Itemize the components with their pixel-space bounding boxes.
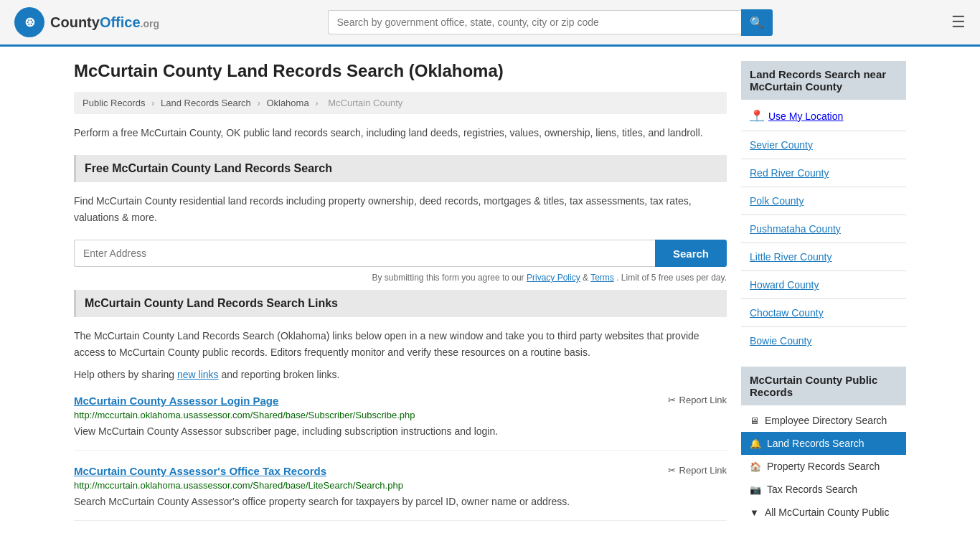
record-url-2[interactable]: http://mccurtain.oklahoma.usassessor.com…	[74, 480, 727, 491]
breadcrumb-oklahoma[interactable]: Oklahoma	[266, 98, 308, 108]
choctaw-link[interactable]: Choctaw County	[750, 307, 824, 319]
header-search-input[interactable]	[328, 10, 741, 34]
howard-link[interactable]: Howard County	[750, 279, 819, 291]
share-line: Help others by sharing new links and rep…	[74, 369, 727, 380]
sidebar-divider-4	[741, 215, 906, 215]
search-button[interactable]: Search	[655, 240, 727, 267]
little-river-link[interactable]: Little River County	[750, 251, 831, 263]
sidebar-howard[interactable]: Howard County	[741, 273, 906, 296]
hamburger-menu[interactable]: ☰	[951, 13, 966, 32]
record-desc-2: Search McCurtain County Assessor's offic…	[74, 494, 727, 509]
all-public-icon: ▼	[750, 507, 759, 518]
polk-link[interactable]: Polk County	[750, 195, 804, 207]
sidebar-divider-5	[741, 242, 906, 243]
all-public-link[interactable]: All McCurtain County Public	[765, 507, 890, 518]
address-input[interactable]	[74, 240, 655, 267]
pushmataha-link[interactable]: Pushmataha County	[750, 223, 841, 235]
sidebar-divider-3	[741, 187, 906, 187]
tax-records-link[interactable]: Tax Records Search	[767, 484, 857, 495]
record-desc-1: View McCurtain County Assessor subscribe…	[74, 424, 727, 439]
free-search-header: Free McCurtain County Land Records Searc…	[74, 155, 727, 182]
sidebar: Land Records Search near McCurtain Count…	[741, 61, 906, 535]
breadcrumb-county: McCurtain County	[328, 98, 402, 108]
report-link-1[interactable]: ✂ Report Link	[668, 395, 727, 405]
links-section-header: McCurtain County Land Records Search Lin…	[74, 290, 727, 317]
tax-records-icon: 📷	[750, 484, 761, 495]
sidebar-public-records-header: McCurtain County Public Records	[741, 367, 906, 405]
logo-text: CountyOffice.org	[50, 14, 159, 31]
record-item-2: McCurtain County Assessor's Office Tax R…	[74, 465, 727, 521]
page-title: McCurtain County Land Records Search (Ok…	[74, 61, 727, 81]
sidebar-divider-2	[741, 159, 906, 159]
page-description: Perform a free McCurtain County, OK publ…	[74, 125, 727, 141]
breadcrumb-sep-1: ›	[151, 98, 154, 108]
main-content: McCurtain County Land Records Search (Ok…	[74, 61, 727, 535]
sidebar-employee-directory[interactable]: 🖥 Employee Directory Search	[741, 409, 906, 432]
header-search-container: 🔍	[328, 9, 773, 36]
sidebar-property-records[interactable]: 🏠 Property Records Search	[741, 455, 906, 478]
free-search-description: Find McCurtain County residential land r…	[74, 193, 727, 225]
use-location-link[interactable]: Use My Location	[768, 110, 843, 122]
sidebar-land-records[interactable]: 🔔 Land Records Search	[741, 432, 906, 455]
red-river-link[interactable]: Red River County	[750, 167, 829, 179]
employee-directory-icon: 🖥	[750, 415, 759, 426]
sidebar-tax-records[interactable]: 📷 Tax Records Search	[741, 478, 906, 501]
record-item-header-1: McCurtain County Assessor Login Page ✂ R…	[74, 395, 727, 407]
sidebar-bowie[interactable]: Bowie County	[741, 329, 906, 352]
links-description: The McCurtain County Land Records Search…	[74, 328, 727, 360]
logo-icon: ⊛	[14, 7, 44, 37]
privacy-policy-link[interactable]: Privacy Policy	[527, 273, 580, 283]
location-pin-icon: 📍	[750, 109, 764, 123]
address-search-area: Search By submitting this form you agree…	[74, 240, 727, 283]
records-list: McCurtain County Assessor Login Page ✂ R…	[74, 395, 727, 521]
sidebar-all-public[interactable]: ▼ All McCurtain County Public	[741, 501, 906, 524]
breadcrumb-public-records[interactable]: Public Records	[83, 98, 145, 108]
property-records-link[interactable]: Property Records Search	[767, 461, 880, 472]
address-form: Search	[74, 240, 727, 267]
sidebar-red-river[interactable]: Red River County	[741, 161, 906, 184]
sidebar-sevier[interactable]: Sevier County	[741, 133, 906, 156]
breadcrumb-sep-3: ›	[315, 98, 318, 108]
land-records-link[interactable]: Land Records Search	[767, 438, 864, 449]
breadcrumb: Public Records › Land Records Search › O…	[74, 92, 727, 114]
record-url-1[interactable]: http://mccurtain.oklahoma.usassessor.com…	[74, 410, 727, 420]
property-records-icon: 🏠	[750, 461, 761, 472]
sidebar-little-river[interactable]: Little River County	[741, 245, 906, 268]
sidebar-public-records: McCurtain County Public Records 🖥 Employ…	[741, 367, 906, 524]
land-records-icon: 🔔	[750, 438, 761, 449]
sidebar-choctaw[interactable]: Choctaw County	[741, 301, 906, 324]
header-search-button[interactable]: 🔍	[741, 9, 773, 36]
header: ⊛ CountyOffice.org 🔍 ☰	[0, 0, 980, 47]
sidebar-nearby-header: Land Records Search near McCurtain Count…	[741, 61, 906, 100]
report-link-2[interactable]: ✂ Report Link	[668, 465, 727, 476]
form-disclaimer: By submitting this form you agree to our…	[74, 273, 727, 283]
sidebar-divider-8	[741, 326, 906, 327]
breadcrumb-land-records[interactable]: Land Records Search	[161, 98, 251, 108]
use-my-location[interactable]: 📍 Use My Location	[741, 103, 906, 128]
page-container: McCurtain County Land Records Search (Ok…	[60, 47, 920, 550]
record-title-1[interactable]: McCurtain County Assessor Login Page	[74, 395, 278, 407]
sidebar-pushmataha[interactable]: Pushmataha County	[741, 217, 906, 240]
new-links[interactable]: new links	[177, 369, 219, 380]
record-title-2[interactable]: McCurtain County Assessor's Office Tax R…	[74, 465, 326, 477]
sidebar-divider-1	[741, 131, 906, 131]
logo-area: ⊛ CountyOffice.org	[14, 7, 159, 37]
bowie-link[interactable]: Bowie County	[750, 335, 811, 347]
breadcrumb-sep-2: ›	[257, 98, 260, 108]
record-item: McCurtain County Assessor Login Page ✂ R…	[74, 395, 727, 451]
sidebar-polk[interactable]: Polk County	[741, 189, 906, 212]
terms-link[interactable]: Terms	[590, 273, 614, 283]
sidebar-divider-6	[741, 270, 906, 271]
report-icon-1: ✂	[668, 395, 676, 405]
sidebar-divider-7	[741, 298, 906, 299]
report-icon-2: ✂	[668, 465, 676, 476]
employee-directory-link[interactable]: Employee Directory Search	[765, 415, 887, 426]
record-item-header-2: McCurtain County Assessor's Office Tax R…	[74, 465, 727, 477]
sevier-link[interactable]: Sevier County	[750, 139, 813, 151]
